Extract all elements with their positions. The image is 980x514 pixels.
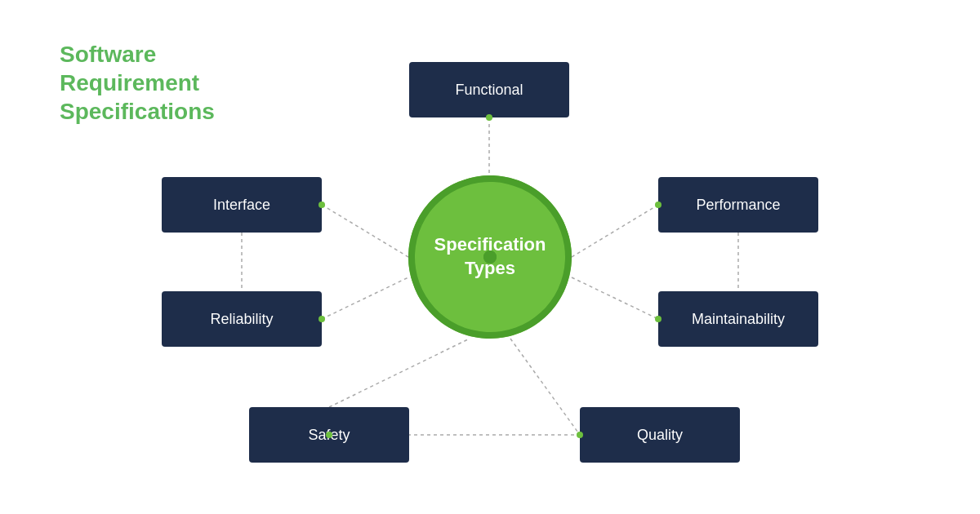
svg-line-3: [322, 277, 408, 319]
svg-line-1: [322, 205, 408, 257]
title-block: Software Requirement Specifications: [60, 40, 215, 126]
svg-line-4: [572, 277, 658, 319]
connector-dot: [326, 432, 332, 438]
node-maintainability: Maintainability: [658, 291, 818, 347]
svg-line-2: [572, 205, 658, 257]
title-line3: Specifications: [60, 97, 215, 126]
title-line1: Software: [60, 40, 215, 69]
svg-line-6: [510, 339, 580, 435]
connector-dot: [318, 202, 325, 208]
center-circle: Specification Types: [408, 175, 572, 339]
center-circle-text: Specification Types: [434, 233, 546, 280]
node-performance: Performance: [658, 177, 818, 233]
node-interface: Interface: [162, 177, 322, 233]
title-line2: Requirement: [60, 69, 215, 97]
center-line1: Specification: [434, 234, 546, 255]
node-quality: Quality: [580, 407, 740, 463]
connector-dot: [318, 316, 325, 322]
connector-dot: [577, 432, 583, 438]
center-line2: Types: [465, 258, 515, 278]
node-reliability: Reliability: [162, 291, 322, 347]
connector-dot: [655, 202, 662, 208]
node-functional: Functional: [409, 62, 569, 117]
connector-dot: [486, 114, 492, 121]
svg-line-5: [329, 339, 470, 407]
connector-dot: [655, 316, 662, 322]
